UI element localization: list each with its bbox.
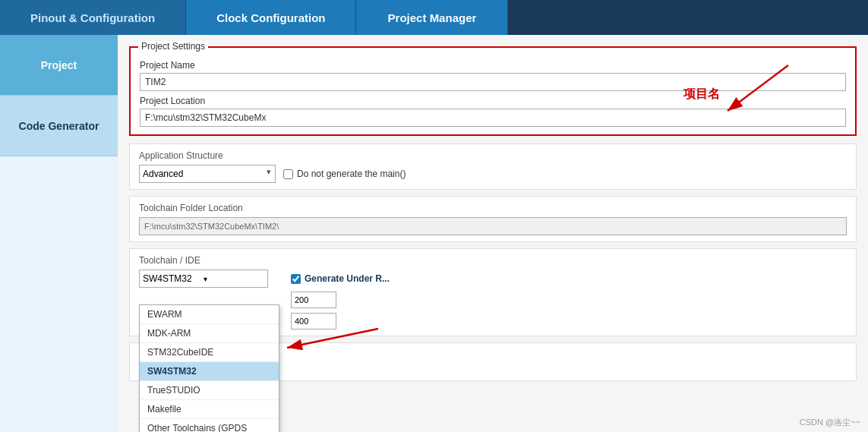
app-structure-section: Application Structure Advanced Do not ge… bbox=[129, 143, 857, 190]
heap-stack-fields bbox=[291, 292, 390, 330]
do-not-generate-checkbox-label: Do not generate the main() bbox=[283, 169, 406, 179]
dropdown-item-other[interactable]: Other Toolchains (GPDS bbox=[140, 419, 279, 432]
toolchain-ide-label: Toolchain / IDE bbox=[139, 255, 847, 266]
app-structure-select-wrapper: Advanced bbox=[139, 165, 276, 183]
toolchain-dropdown: EWARM MDK-ARM STM32CubeIDE SW4STM32 True… bbox=[139, 304, 279, 432]
toolchain-row: SW4STM32 ▾ EWARM MDK-ARM STM32CubeIDE SW… bbox=[139, 270, 847, 330]
annotation-text: 项目名 bbox=[683, 87, 720, 100]
min-heap-input[interactable] bbox=[291, 292, 336, 308]
do-not-generate-label: Do not generate the main() bbox=[297, 169, 406, 179]
toolchain-select[interactable]: SW4STM32 ▾ bbox=[139, 270, 268, 288]
toolchain-folder-label: Toolchain Folder Location bbox=[139, 203, 847, 213]
generate-checkbox[interactable] bbox=[291, 274, 301, 284]
toolchain-folder-section: Toolchain Folder Location bbox=[129, 196, 857, 242]
project-name-label: Project Name bbox=[140, 60, 846, 71]
project-location-label: Project Location bbox=[140, 96, 846, 106]
right-side-panel: Generate Under R... bbox=[291, 270, 390, 330]
do-not-generate-checkbox[interactable] bbox=[283, 169, 293, 179]
app-structure-row: Advanced Do not generate the main() bbox=[139, 165, 847, 183]
content-area: Project Settings Project Name Project Lo… bbox=[118, 35, 868, 432]
dropdown-arrow-icon: ▾ bbox=[204, 275, 264, 283]
dropdown-item-sw4stm32[interactable]: SW4STM32 bbox=[140, 362, 279, 381]
generate-checkbox-label: Generate Under R... bbox=[291, 273, 390, 284]
dropdown-item-mdk-arm[interactable]: MDK-ARM bbox=[140, 324, 279, 343]
dropdown-item-stm32cubide[interactable]: STM32CubeIDE bbox=[140, 343, 279, 362]
watermark: CSDN @洛尘~~ bbox=[800, 417, 860, 428]
dropdown-item-ewarm[interactable]: EWARM bbox=[140, 305, 279, 324]
sidebar-item-project[interactable]: Project bbox=[0, 35, 118, 96]
dropdown-item-makefile[interactable]: Makefile bbox=[140, 400, 279, 419]
tab-project-manager[interactable]: Project Manager bbox=[356, 0, 508, 35]
min-stack-input[interactable] bbox=[291, 313, 336, 330]
toolchain-folder-input[interactable] bbox=[139, 217, 847, 235]
annotation-area: 项目名 bbox=[683, 87, 720, 102]
project-settings-legend: Project Settings bbox=[138, 41, 208, 52]
sidebar-item-code-generator[interactable]: Code Generator bbox=[0, 96, 118, 156]
tab-clock[interactable]: Clock Configuration bbox=[186, 0, 356, 35]
main-layout: Project Code Generator Project Settings … bbox=[0, 35, 868, 432]
app-structure-select[interactable]: Advanced bbox=[139, 165, 276, 183]
top-navigation: Pinout & Configuration Clock Configurati… bbox=[0, 0, 868, 35]
stack-row bbox=[291, 313, 390, 330]
dropdown-item-truestudio[interactable]: TrueSTUDIO bbox=[140, 381, 279, 400]
toolchain-ide-section: Toolchain / IDE SW4STM32 ▾ EWARM MDK-ARM… bbox=[129, 248, 857, 336]
generate-label: Generate Under R... bbox=[305, 273, 390, 284]
project-settings-box: Project Settings Project Name Project Lo… bbox=[129, 46, 857, 136]
project-location-input[interactable] bbox=[140, 109, 846, 127]
project-name-input[interactable] bbox=[140, 73, 846, 91]
tab-pinout[interactable]: Pinout & Configuration bbox=[0, 0, 186, 35]
heap-row bbox=[291, 292, 390, 308]
sidebar: Project Code Generator bbox=[0, 35, 118, 432]
app-structure-label: Application Structure bbox=[139, 150, 847, 161]
toolchain-select-container: SW4STM32 ▾ EWARM MDK-ARM STM32CubeIDE SW… bbox=[139, 270, 268, 288]
toolchain-value: SW4STM32 bbox=[143, 273, 204, 284]
